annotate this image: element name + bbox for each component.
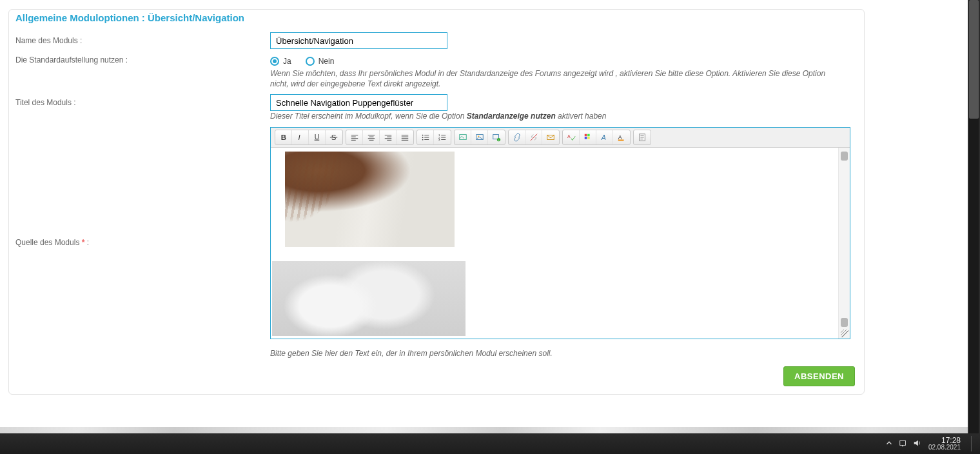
spellcheck-icon[interactable]: A	[563, 130, 580, 144]
svg-point-21	[422, 134, 423, 135]
editor-image-1[interactable]	[285, 152, 455, 247]
svg-point-23	[422, 139, 423, 140]
svg-text:I: I	[298, 133, 300, 141]
align-justify-icon[interactable]	[397, 130, 413, 144]
svg-text:A: A	[600, 133, 605, 141]
module-title-hint: Dieser Titel erscheint im Modulkopf, wen…	[270, 111, 858, 121]
italic-icon[interactable]: I	[292, 130, 309, 144]
svg-text:3: 3	[438, 138, 440, 141]
editor-scrollbar[interactable]	[838, 148, 850, 339]
svg-text:U: U	[314, 133, 319, 141]
tray-show-desktop[interactable]	[971, 436, 975, 451]
tray-volume-icon[interactable]	[913, 439, 922, 449]
mail-icon[interactable]	[542, 130, 559, 144]
module-name-input[interactable]	[270, 32, 447, 49]
radio-no-label: Nein	[318, 57, 335, 66]
svg-text:B: B	[280, 133, 286, 141]
source-icon[interactable]	[634, 130, 651, 144]
page-title: Allgemeine Moduloptionen : Übersicht/Nav…	[15, 12, 244, 23]
module-source-label: Quelle des Moduls * :	[15, 238, 270, 247]
align-right-icon[interactable]	[380, 130, 397, 144]
svg-rect-54	[902, 446, 903, 447]
link-icon[interactable]	[509, 130, 525, 144]
image-icon[interactable]	[471, 130, 488, 144]
bold-icon[interactable]: B	[275, 130, 292, 144]
module-title-input[interactable]	[270, 94, 447, 111]
editor-content-area[interactable]	[271, 148, 850, 339]
svg-text:+: +	[498, 138, 500, 141]
font-icon[interactable]: A	[596, 130, 613, 144]
list-ol-icon[interactable]: 123	[434, 130, 451, 144]
unlink-icon[interactable]	[525, 130, 542, 144]
svg-text:A: A	[567, 133, 570, 138]
editor-resize-handle[interactable]	[841, 330, 848, 337]
svg-rect-43	[587, 133, 590, 136]
align-left-icon[interactable]	[346, 130, 363, 144]
use-default-hint: Wenn Sie möchten, dass Ihr persönliches …	[270, 68, 838, 89]
underline-icon[interactable]: U	[309, 130, 326, 144]
image-add-icon[interactable]: +	[488, 130, 505, 144]
editor-hint: Bitte geben Sie hier den Text ein, der i…	[270, 348, 850, 359]
module-source-editor[interactable]: B I U S	[270, 127, 850, 339]
svg-text:S: S	[331, 133, 337, 141]
tray-chevron-icon[interactable]	[885, 439, 894, 449]
tray-network-icon[interactable]	[899, 439, 908, 449]
page-scrollbar[interactable]	[968, 0, 980, 454]
radio-yes-label: Ja	[283, 57, 291, 66]
use-default-yes-radio[interactable]	[270, 57, 279, 66]
svg-rect-42	[584, 133, 587, 136]
submit-button[interactable]: ABSENDEN	[783, 366, 855, 386]
module-name-label: Name des Moduls :	[15, 32, 270, 45]
use-default-label: Die Standardaufstellung nutzen :	[15, 54, 270, 64]
taskbar: 17:28 02.08.2021	[0, 433, 980, 454]
tray-clock[interactable]: 17:28 02.08.2021	[928, 437, 961, 451]
list-ul-icon[interactable]	[417, 130, 434, 144]
image-host-icon[interactable]	[455, 130, 471, 144]
svg-rect-53	[900, 441, 906, 446]
svg-rect-48	[618, 139, 624, 141]
svg-point-22	[422, 137, 423, 138]
editor-toolbar: B I U S	[271, 128, 850, 148]
module-title-label: Titel des Moduls :	[15, 94, 270, 107]
color-grid-icon[interactable]	[580, 130, 596, 144]
svg-rect-44	[584, 137, 587, 139]
svg-text:A: A	[618, 133, 622, 140]
font-color-icon[interactable]: A	[613, 130, 630, 144]
editor-image-2[interactable]	[272, 261, 466, 336]
align-center-icon[interactable]	[363, 130, 380, 144]
svg-rect-45	[587, 137, 590, 139]
use-default-no-radio[interactable]	[306, 57, 315, 66]
module-options-panel: Allgemeine Moduloptionen : Übersicht/Nav…	[8, 9, 865, 395]
svg-marker-55	[914, 440, 918, 446]
strike-icon[interactable]: S	[326, 130, 342, 144]
